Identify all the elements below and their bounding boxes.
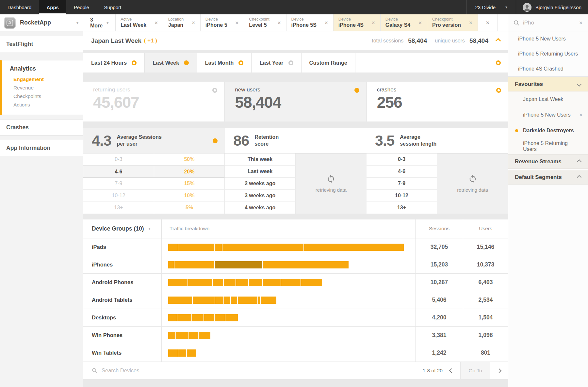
sessions-pct-cell[interactable]: 10%: [154, 190, 225, 202]
goto-page-button[interactable]: Go To: [460, 362, 490, 379]
retention-week-cell[interactable]: 2 weeks ago: [225, 178, 296, 190]
search-result-item[interactable]: iPhone 4S Crashed: [508, 61, 588, 76]
sessions-pct-cell[interactable]: 5%: [154, 202, 225, 214]
filter-chip-last-week[interactable]: ActiveLast Week✕: [116, 14, 163, 31]
retention-week-cell[interactable]: This week: [225, 153, 296, 166]
filter-chip-iphone-5s[interactable]: DeviceiPhone 5S✕: [286, 14, 334, 31]
sidebar-item-crashes[interactable]: Crashes: [0, 119, 83, 136]
tab-last-year[interactable]: Last Year: [252, 53, 301, 73]
sessions-range-cell[interactable]: 7-9: [83, 178, 154, 190]
revenue-streams-section-header[interactable]: Revenue Streams: [508, 154, 588, 169]
remove-filter-icon[interactable]: ✕: [154, 20, 158, 25]
session-length-range-cell[interactable]: 0-3: [367, 153, 437, 166]
remove-filter-icon[interactable]: ✕: [418, 20, 422, 25]
device-row-iphones[interactable]: iPhones15,20310,373: [83, 256, 508, 274]
sessions-pct-cell[interactable]: 15%: [154, 178, 225, 190]
filter-chip-level-5[interactable]: CheckpointLevel 5✕: [244, 14, 286, 31]
team-selector[interactable]: 23 Divide ▾: [466, 0, 516, 14]
favourite-item-iphone-5-new-users[interactable]: iPhone 5 New Users✕: [508, 107, 588, 123]
next-page-button[interactable]: [490, 362, 508, 379]
clear-search-icon[interactable]: ✕: [579, 20, 583, 25]
unique-users-value: 58,404: [469, 37, 488, 44]
favourites-section-header[interactable]: Favourites: [508, 77, 588, 91]
metric-card-new-users[interactable]: new users58,404: [225, 82, 366, 121]
favourite-item-iphone-5-returning-users[interactable]: iPhone 5 Returning Users: [508, 138, 588, 154]
segment-summary-bar: Japan Last Week ( +1 ) total sessions 58…: [83, 31, 508, 50]
search-result-item[interactable]: iPhone 5 New Users: [508, 31, 588, 46]
users-value: 1,504: [463, 309, 508, 326]
retention-week-cell[interactable]: 4 weeks ago: [225, 202, 296, 214]
favourite-item-darkside-destroyers[interactable]: Darkside Destroyers: [508, 123, 588, 138]
user-menu[interactable]: Björgvin Friðgeirsson: [516, 0, 588, 14]
remove-filter-icon[interactable]: ✕: [469, 20, 473, 25]
collapse-summary-chevron-icon[interactable]: [496, 38, 501, 43]
remove-filter-icon[interactable]: ✕: [277, 20, 281, 25]
sessions-range-cell[interactable]: 10-12: [83, 190, 154, 202]
sidebar-item-testflight[interactable]: TestFlight: [0, 36, 83, 52]
sidebar-item-analytics[interactable]: Analytics: [2, 65, 83, 72]
session-length-range-cell[interactable]: 7-9: [367, 178, 437, 190]
metric-card-crashes[interactable]: crashes256: [367, 82, 508, 121]
filter-chip-iphone-4s[interactable]: DeviceiPhone 4S✕: [334, 14, 381, 31]
search-devices-input[interactable]: Search Devices: [83, 367, 423, 374]
app-selector[interactable]: RocketApp ▾: [0, 14, 83, 31]
sessions-pct-cell[interactable]: 20%: [154, 166, 225, 178]
remove-filter-icon[interactable]: ✕: [324, 20, 328, 25]
analytics-children: EngagementRevenueCheckpointsActions: [2, 75, 83, 109]
remove-filter-icon[interactable]: ✕: [191, 20, 195, 25]
sidebar-item-app-information[interactable]: App Information: [0, 140, 83, 156]
session-length-range-cell[interactable]: 13+: [367, 202, 437, 214]
avg-sessions-header[interactable]: 4.3 Average Sessionsper user: [83, 128, 225, 153]
filter-chip-pro-version[interactable]: CheckpointPro version✕: [427, 14, 478, 31]
topnav-items: DashboardAppsPeopleSupport: [0, 0, 129, 14]
sessions-pct-cell[interactable]: 50%: [154, 153, 225, 166]
segment-search[interactable]: iPho ✕: [508, 14, 588, 31]
device-row-win-tablets[interactable]: Win Tablets1,242801: [83, 344, 508, 362]
device-row-win-phones[interactable]: Win Phones3,3811,098: [83, 327, 508, 344]
tab-last-week[interactable]: Last Week: [145, 53, 197, 73]
tab-last-month[interactable]: Last Month: [197, 53, 252, 73]
topnav-item-support[interactable]: Support: [97, 0, 129, 14]
sessions-range-cell[interactable]: 0-3: [83, 153, 154, 166]
session-length-range-cell[interactable]: 10-12: [367, 190, 437, 202]
favourite-item-japan-last-week[interactable]: Japan Last Week: [508, 91, 588, 107]
remove-favourite-icon[interactable]: ✕: [579, 112, 583, 118]
device-row-desktops[interactable]: Desktops4,2001,504: [83, 309, 508, 327]
filter-value: Japan: [168, 22, 184, 28]
session-length-range-cell[interactable]: 4-6: [367, 166, 437, 178]
filter-chip-iphone-5[interactable]: DeviceiPhone 5✕: [201, 14, 244, 31]
sessions-range-cell[interactable]: 4-6: [83, 166, 154, 178]
retention-week-cell[interactable]: Last week: [225, 166, 296, 178]
custom-range-field[interactable]: [355, 53, 508, 73]
remove-filter-icon[interactable]: ✕: [235, 20, 239, 25]
tab-last-24-hours[interactable]: Last 24 Hours: [83, 53, 145, 73]
sidebar-item-checkpoints[interactable]: Checkpoints: [2, 92, 83, 101]
retention-week-cell[interactable]: 3 weeks ago: [225, 190, 296, 202]
traffic-bar-segment: [224, 279, 236, 286]
filter-chip-japan[interactable]: LocationJapan✕: [163, 14, 201, 31]
more-filters-button[interactable]: 3 More ▾: [83, 14, 116, 31]
topnav-item-apps[interactable]: Apps: [39, 0, 66, 14]
device-row-android-tablets[interactable]: Android Tablets5,4062,534: [83, 291, 508, 309]
retention-header[interactable]: 86 Retentionscore: [225, 128, 366, 153]
filter-chip-galaxy-s4[interactable]: DeviceGalaxy S4✕: [381, 14, 427, 31]
topnav-item-dashboard[interactable]: Dashboard: [0, 0, 39, 14]
session-length-header[interactable]: 3.5 Averagesession length: [367, 128, 508, 153]
sidebar-item-revenue[interactable]: Revenue: [2, 84, 83, 92]
device-row-android-phones[interactable]: Android Phones10,2676,403: [83, 274, 508, 291]
remove-filter-icon[interactable]: ✕: [371, 20, 375, 25]
previous-page-button[interactable]: [443, 362, 460, 379]
device-groups-dropdown[interactable]: Device Groups (10) ▾: [83, 219, 162, 238]
topnav-item-people[interactable]: People: [66, 0, 97, 14]
sidebar-item-engagement[interactable]: Engagement: [2, 75, 83, 84]
sessions-range-cell[interactable]: 13+: [83, 202, 154, 214]
tab-custom-range[interactable]: Custom Range: [302, 53, 355, 73]
search-result-item[interactable]: iPhone 5 Returning Users: [508, 46, 588, 61]
users-value: 6,403: [463, 274, 508, 291]
device-row-ipads[interactable]: iPads32,70515,146: [83, 238, 508, 256]
clear-all-filters-button[interactable]: ✕: [478, 14, 498, 31]
metric-value: 45,607: [93, 93, 224, 111]
default-segments-section-header[interactable]: Default Segments: [508, 170, 588, 185]
sidebar-item-actions[interactable]: Actions: [2, 101, 83, 109]
metric-card-returning-users[interactable]: returning users45,607: [83, 82, 224, 121]
